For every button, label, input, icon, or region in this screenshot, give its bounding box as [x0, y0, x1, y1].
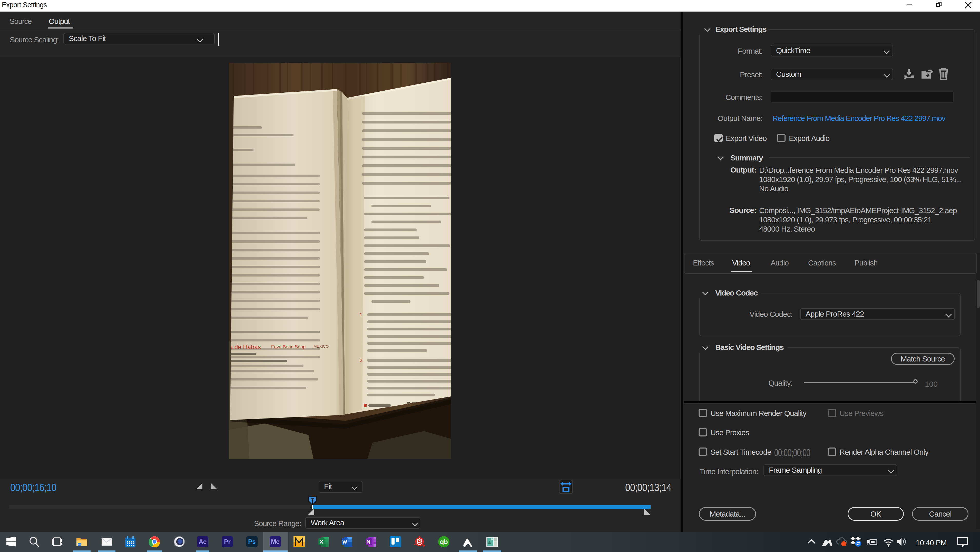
svg-text:a de Habas: a de Habas — [229, 343, 261, 351]
svg-text:1.: 1. — [360, 312, 364, 317]
svg-text:Fava Bean Soup: Fava Bean Soup — [271, 344, 305, 349]
svg-text:qb: qb — [440, 538, 448, 545]
svg-text:MEXICO: MEXICO — [313, 344, 329, 348]
svg-text:2.: 2. — [360, 357, 364, 363]
svg-text:S: S — [417, 538, 422, 546]
